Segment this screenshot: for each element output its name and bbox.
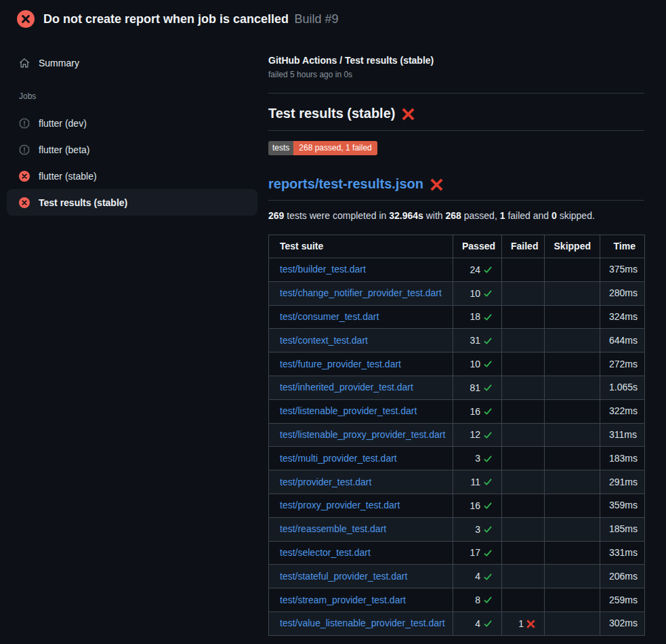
passed-cell: 18 <box>453 305 502 329</box>
sidebar-item-summary[interactable]: Summary <box>7 51 257 75</box>
time-cell: 322ms <box>600 399 645 423</box>
column-header-passed: Passed <box>453 235 502 258</box>
x-circle-icon <box>19 197 30 208</box>
main-content: GitHub Actions / Test results (stable) f… <box>257 38 666 636</box>
passed-cell: 31 <box>453 329 502 353</box>
sidebar: Summary Jobs flutter (dev)flutter (beta)… <box>0 38 257 216</box>
summary-segment: 1 <box>500 210 505 221</box>
test-suite-cell: test/inherited_provider_test.dart <box>269 376 453 399</box>
passed-cell: 4 <box>453 611 502 635</box>
test-suite-cell: test/stream_provider_test.dart <box>269 588 453 612</box>
passed-cell: 3 <box>453 447 502 470</box>
report-file-link[interactable]: reports/test-results.json <box>268 174 423 193</box>
summary-segment: with <box>423 210 446 221</box>
sidebar-item-flutter-beta[interactable]: flutter (beta) <box>7 136 257 163</box>
sidebar-item-test-results-stable[interactable]: Test results (stable) <box>7 189 257 216</box>
passed-cell-count: 24 <box>470 264 480 277</box>
test-suite-cell: test/future_provider_test.dart <box>269 353 453 376</box>
skipped-cell <box>545 517 600 541</box>
test-suite-cell: test/provider_test.dart <box>269 470 453 494</box>
table-row: test/stream_provider_test.dart8259ms <box>269 588 645 612</box>
breadcrumb[interactable]: GitHub Actions / Test results (stable) <box>268 55 644 66</box>
test-suite-link[interactable]: test/multi_provider_test.dart <box>280 453 397 464</box>
time-cell: 1.065s <box>600 376 645 399</box>
column-header-time: Time <box>600 235 645 258</box>
test-suite-link[interactable]: test/stateful_provider_test.dart <box>280 571 407 582</box>
summary-segment: 268 <box>446 210 461 221</box>
test-suite-link[interactable]: test/listenable_provider_test.dart <box>280 405 417 416</box>
test-suite-cell: test/reassemble_test.dart <box>269 517 453 541</box>
test-suite-cell: test/proxy_provider_test.dart <box>269 494 453 517</box>
passed-cell-count: 4 <box>475 618 480 630</box>
passed-cell: 17 <box>453 541 502 565</box>
check-icon <box>483 525 493 534</box>
table-row: test/value_listenable_provider_test.dart… <box>269 611 645 635</box>
summary-segment: skipped. <box>557 210 595 221</box>
build-number: Build #9 <box>295 12 339 26</box>
test-results-table: Test suitePassedFailedSkippedTime test/b… <box>268 235 645 636</box>
test-suite-link[interactable]: test/future_provider_test.dart <box>280 359 401 369</box>
test-suite-link[interactable]: test/provider_test.dart <box>280 477 371 487</box>
passed-cell-count: 18 <box>470 310 480 323</box>
table-row: test/provider_test.dart11291ms <box>269 470 645 494</box>
test-suite-link[interactable]: test/stream_provider_test.dart <box>280 595 406 605</box>
sidebar-item-flutter-dev[interactable]: flutter (dev) <box>7 110 257 136</box>
time-cell: 359ms <box>600 494 645 517</box>
test-suite-link[interactable]: test/change_notifier_provider_test.dart <box>280 287 442 298</box>
time-cell: 183ms <box>600 447 645 470</box>
skipped-cell <box>545 376 600 399</box>
passed-cell-count: 17 <box>470 546 480 559</box>
run-title: Do not create report when job is cancell… <box>43 12 289 26</box>
time-cell: 259ms <box>600 588 645 612</box>
passed-cell-count: 16 <box>470 500 480 512</box>
jobs-section-label: Jobs <box>7 92 257 101</box>
run-status-text: failed 5 hours ago in 0s <box>268 70 644 79</box>
passed-cell-count: 12 <box>470 428 480 441</box>
check-icon <box>483 572 493 582</box>
summary-text: 269 tests were completed in 32.964s with… <box>268 209 644 222</box>
passed-cell: 8 <box>453 588 502 612</box>
failed-cell <box>502 329 545 353</box>
passed-cell-count: 10 <box>470 287 480 300</box>
passed-cell-count: 81 <box>470 382 480 395</box>
failed-cell <box>502 423 545 447</box>
section-title: Test results (stable) <box>268 104 395 123</box>
skipped-cell <box>545 258 600 282</box>
test-suite-link[interactable]: test/consumer_test.dart <box>280 311 379 322</box>
test-suite-link[interactable]: test/value_listenable_provider_test.dart <box>280 618 445 628</box>
time-cell: 206ms <box>600 565 645 588</box>
failed-cell <box>502 517 545 541</box>
skipped-cell <box>545 447 600 470</box>
passed-cell: 4 <box>453 565 502 588</box>
test-suite-link[interactable]: test/selector_test.dart <box>280 547 371 558</box>
cross-mark-icon <box>402 108 415 121</box>
skipped-cell <box>545 470 600 494</box>
passed-cell: 16 <box>453 494 502 517</box>
check-icon <box>483 359 493 369</box>
tests-status-badge: tests 268 passed, 1 failed <box>268 141 377 155</box>
test-suite-link[interactable]: test/proxy_provider_test.dart <box>280 500 400 510</box>
passed-cell: 10 <box>453 353 502 376</box>
failed-cell <box>502 376 545 399</box>
test-suite-link[interactable]: test/context_test.dart <box>280 335 368 346</box>
test-suite-cell: test/consumer_test.dart <box>269 305 453 329</box>
skipped-cell <box>545 565 600 588</box>
stop-icon <box>19 118 30 129</box>
test-suite-link[interactable]: test/inherited_provider_test.dart <box>280 382 413 393</box>
sidebar-item-label: flutter (beta) <box>39 144 89 155</box>
x-circle-icon <box>19 171 30 182</box>
test-suite-link[interactable]: test/listenable_proxy_provider_test.dart <box>280 429 445 440</box>
sidebar-item-label: flutter (stable) <box>39 171 97 182</box>
failed-cell <box>502 353 545 376</box>
sidebar-item-flutter-stable[interactable]: flutter (stable) <box>7 163 257 189</box>
check-icon <box>483 619 493 628</box>
test-suite-cell: test/selector_test.dart <box>269 541 453 565</box>
skipped-cell <box>545 588 600 612</box>
table-row: test/inherited_provider_test.dart811.065… <box>269 376 645 399</box>
sidebar-summary-label: Summary <box>39 58 79 68</box>
failed-cell <box>502 447 545 470</box>
test-suite-link[interactable]: test/reassemble_test.dart <box>280 523 386 534</box>
passed-cell: 24 <box>453 258 502 282</box>
summary-segment: passed, <box>461 210 500 221</box>
test-suite-link[interactable]: test/builder_test.dart <box>280 264 366 275</box>
